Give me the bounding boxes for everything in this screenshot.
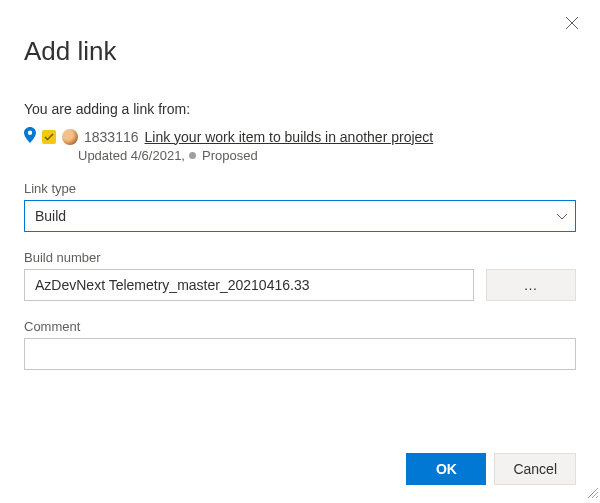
build-number-input[interactable] xyxy=(24,269,474,301)
resize-grip-icon[interactable] xyxy=(586,485,598,501)
state-text: Proposed xyxy=(202,148,258,163)
ok-button[interactable]: OK xyxy=(406,453,486,485)
close-icon xyxy=(565,16,579,33)
close-button[interactable] xyxy=(558,10,586,38)
comment-label: Comment xyxy=(24,319,576,334)
build-number-row: … xyxy=(24,269,576,301)
comment-input[interactable] xyxy=(24,338,576,370)
adding-from-label: You are adding a link from: xyxy=(24,101,576,117)
link-type-value: Build xyxy=(35,208,66,224)
link-type-select[interactable]: Build xyxy=(24,200,576,232)
dialog-title: Add link xyxy=(24,36,576,67)
link-type-label: Link type xyxy=(24,181,576,196)
build-number-label: Build number xyxy=(24,250,576,265)
pin-icon xyxy=(24,127,36,146)
updated-text: Updated 4/6/2021, xyxy=(78,148,185,163)
work-item-type-icon xyxy=(42,130,56,144)
avatar xyxy=(62,129,78,145)
cancel-button[interactable]: Cancel xyxy=(494,453,576,485)
svg-line-4 xyxy=(596,496,598,498)
state-dot-icon xyxy=(189,152,196,159)
work-item-link[interactable]: Link your work item to builds in another… xyxy=(145,129,434,145)
svg-line-0 xyxy=(566,17,578,29)
dialog-footer: OK Cancel xyxy=(406,453,576,485)
work-item-meta: Updated 4/6/2021, Proposed xyxy=(78,148,576,163)
work-item-row: 1833116 Link your work item to builds in… xyxy=(24,127,576,146)
svg-line-1 xyxy=(566,17,578,29)
browse-button[interactable]: … xyxy=(486,269,576,301)
work-item-id: 1833116 xyxy=(84,129,139,145)
add-link-dialog: Add link You are adding a link from: 183… xyxy=(0,0,600,503)
